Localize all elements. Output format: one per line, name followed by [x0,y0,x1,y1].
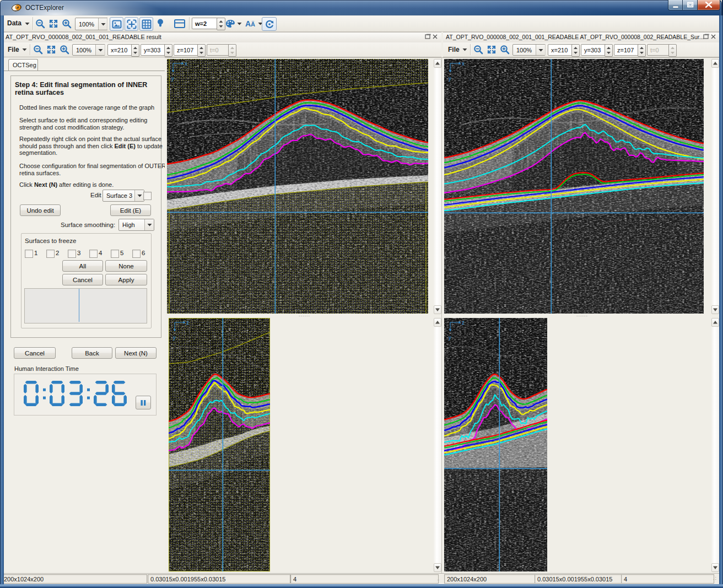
svg-text:y: y [449,335,451,341]
svg-text:Ä: Ä [251,21,255,28]
svg-text:y: y [173,335,176,341]
svg-text:x: x [185,61,187,67]
svg-text:z: z [462,320,465,326]
svg-text:A: A [245,20,251,28]
svg-text:y: y [171,75,174,82]
svg-text:z: z [186,320,189,326]
svg-text:y: y [449,75,451,82]
svg-text:x: x [462,61,465,67]
